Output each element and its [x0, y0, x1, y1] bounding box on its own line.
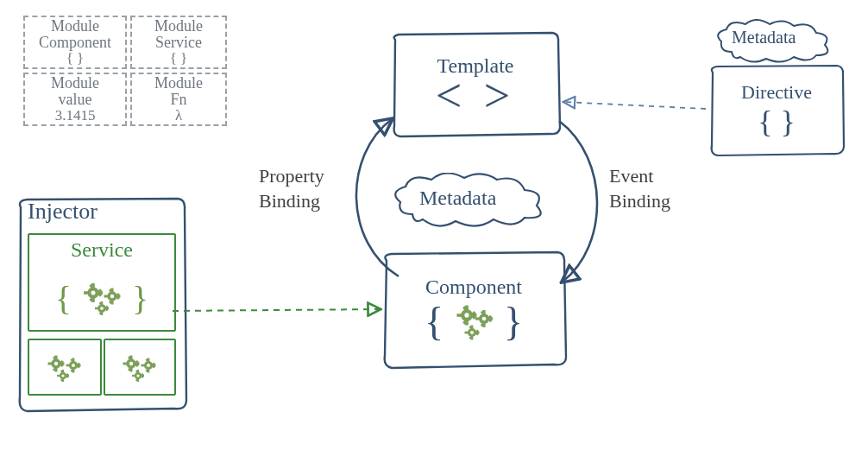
- directive-title: Directive: [741, 81, 812, 104]
- service-small-box: [104, 339, 176, 396]
- module-label: Module: [132, 75, 225, 92]
- module-component: Module Component { }: [23, 16, 127, 69]
- brace-right-icon: }: [132, 278, 148, 319]
- component-title: Component: [425, 276, 522, 299]
- service-small-box: [28, 339, 102, 396]
- module-sub: Component: [25, 35, 125, 51]
- module-value: Module value 3.1415: [23, 73, 127, 126]
- service-title: Service: [29, 238, 174, 262]
- module-sub: value: [25, 92, 125, 108]
- module-label: Module: [25, 18, 125, 35]
- diagram-stage: Module Component { } Module Service { } …: [0, 0, 868, 450]
- braces-icon: { }: [25, 51, 125, 67]
- module-sub: Fn: [132, 92, 225, 108]
- module-grid: Module Component { } Module Service { } …: [23, 16, 227, 126]
- arrow-directive-to-template: [564, 102, 706, 109]
- metadata-directive-label: Metadata: [732, 28, 796, 48]
- brace-left-icon: {: [55, 278, 72, 319]
- braces-icon: { }: [132, 51, 225, 67]
- module-fn: Module Fn λ: [130, 73, 227, 126]
- module-label: Module: [132, 18, 225, 35]
- arrow-service-to-component: [173, 309, 380, 311]
- service-box: Service { }: [28, 233, 176, 332]
- lambda-icon: λ: [132, 108, 225, 124]
- injector-panel: Injector Service { }: [16, 197, 188, 413]
- braces-icon: { }: [758, 104, 796, 140]
- template-card: Template < >: [390, 31, 561, 138]
- metadata-center-label: Metadata: [419, 187, 496, 210]
- gears-icon: [112, 346, 167, 388]
- brace-right-icon: }: [504, 299, 523, 345]
- module-label: Module: [25, 75, 125, 92]
- module-service: Module Service { }: [130, 16, 227, 69]
- gears-icon: [37, 346, 92, 388]
- directive-card: Directive { }: [708, 64, 846, 157]
- event-binding-label: Event Binding: [609, 164, 670, 213]
- angle-brackets-icon: < >: [436, 78, 515, 115]
- component-card: Component { }: [380, 250, 568, 370]
- gears-icon: [445, 299, 502, 345]
- value-icon: 3.1415: [25, 108, 125, 124]
- injector-title: Injector: [28, 199, 97, 225]
- module-sub: Service: [132, 35, 225, 51]
- gears-icon: [72, 276, 132, 320]
- brace-left-icon: {: [425, 299, 443, 345]
- property-binding-label: Property Binding: [259, 164, 324, 213]
